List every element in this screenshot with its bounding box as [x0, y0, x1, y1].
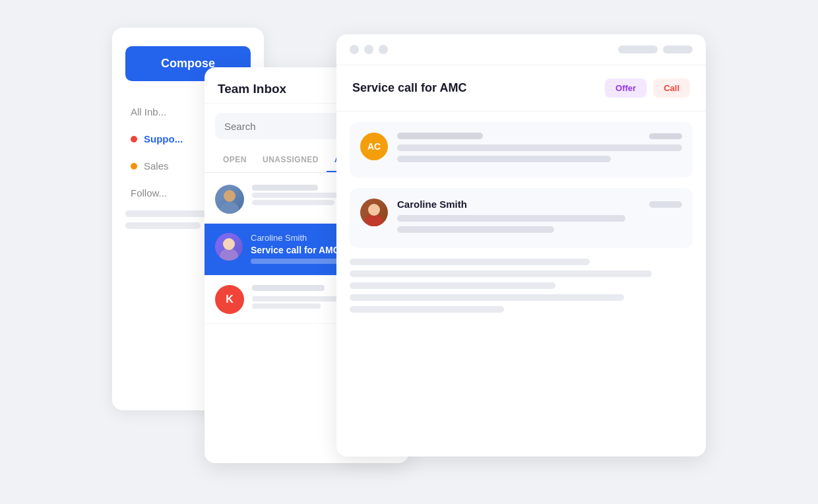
sales-dot: [131, 163, 137, 170]
bottom-line-3: [350, 282, 555, 289]
sidebar-item-label: Suppo...: [144, 133, 183, 144]
item-preview-5: [252, 303, 321, 309]
msg-line-3: [397, 215, 625, 222]
bottom-line-1: [350, 259, 590, 265]
msg-body-1: [397, 133, 682, 167]
avatar-caroline-conv: [360, 199, 388, 226]
sidebar-item-label: Follow...: [131, 187, 167, 199]
msg-line-4: [397, 226, 554, 233]
conversation-panel: Service call for AMC Offer Call AC: [336, 34, 706, 457]
wdot-2: [364, 45, 373, 54]
msg-line-2: [397, 156, 611, 162]
msg-time-pill: [649, 201, 682, 208]
sidebar-item-label: All Inb...: [131, 106, 166, 117]
offer-button[interactable]: Offer: [605, 79, 646, 98]
bottom-line-4: [350, 294, 624, 301]
bottom-content: [336, 259, 706, 313]
message-card-1: AC: [350, 122, 693, 177]
avatar-caroline-list: [215, 233, 243, 261]
item-preview-2: [252, 200, 334, 205]
msg-name-placeholder: [397, 133, 483, 139]
sidebar-placeholder-2: [125, 222, 201, 229]
conversation-title: Service call for AMC: [352, 81, 466, 95]
sidebar-item-label: Sales: [144, 160, 169, 172]
msg-name-row-1: [397, 133, 682, 139]
msg-body-2: Caroline Smith: [397, 199, 682, 237]
wdot-1: [350, 45, 359, 54]
window-top-bar: [336, 34, 706, 65]
avatar-ac: AC: [360, 133, 388, 160]
window-controls: [336, 34, 401, 65]
msg-line-1: [397, 144, 682, 151]
header-pill-2: [663, 46, 693, 53]
msg-name-row-2: Caroline Smith: [397, 199, 682, 210]
bottom-line-2: [350, 270, 652, 277]
conversation-actions: Offer Call: [605, 79, 690, 98]
wdot-3: [379, 45, 388, 54]
msg-sender-name: Caroline Smith: [397, 199, 467, 210]
tab-open[interactable]: OPEN: [215, 148, 255, 172]
header-pill-1: [618, 46, 658, 53]
support-dot: [131, 136, 137, 142]
header-pills: [618, 46, 706, 53]
msg-time-placeholder: [649, 133, 682, 139]
avatar-k: K: [215, 285, 244, 314]
avatar-1: [215, 185, 244, 214]
tab-unassigned[interactable]: UNASSIGNED: [255, 148, 327, 172]
bottom-line-5: [350, 306, 504, 313]
conversation-header: Service call for AMC Offer Call: [336, 65, 706, 111]
call-button[interactable]: Call: [653, 79, 690, 98]
message-card-2: Caroline Smith: [350, 188, 693, 248]
